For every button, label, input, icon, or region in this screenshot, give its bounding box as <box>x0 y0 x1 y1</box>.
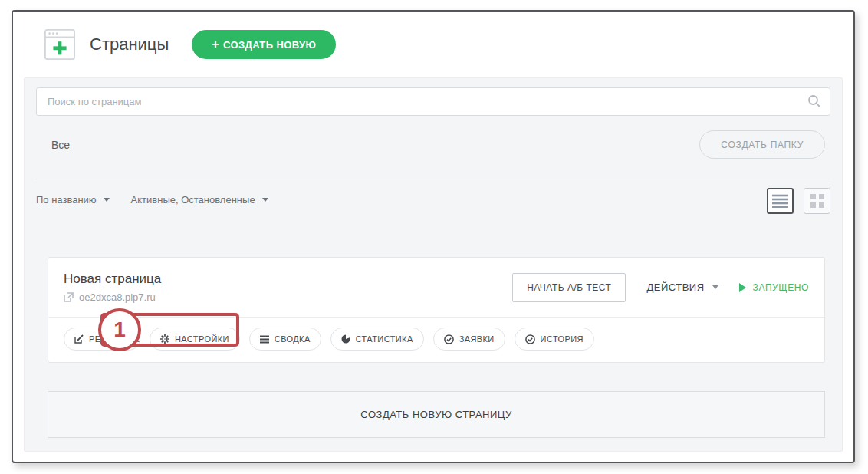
annotation-number: 1 <box>113 318 126 342</box>
sort-dropdown-label: По названию <box>36 194 97 206</box>
list-view-icon <box>772 194 788 208</box>
page-card-title: Новая страница <box>64 272 161 287</box>
page-url-text: oe2dxca8.plp7.ru <box>79 291 156 303</box>
search-input[interactable] <box>36 87 830 116</box>
search-row <box>36 87 830 116</box>
circle-check-icon <box>444 334 454 344</box>
create-folder-button[interactable]: СОЗДАТЬ ПАПКУ <box>699 130 825 159</box>
play-icon <box>739 283 746 292</box>
actions-dropdown[interactable]: ДЕЙСТВИЯ <box>646 281 718 293</box>
page-add-icon <box>44 28 76 61</box>
gear-icon <box>160 334 169 344</box>
filter-row: По названию Активные, Остановленные <box>36 179 830 214</box>
settings-label: НАСТРОЙКИ <box>175 334 229 344</box>
pie-chart-icon <box>341 334 350 344</box>
history-button[interactable]: ИСТОРИЯ <box>515 328 594 351</box>
page-card-info: Новая страница oe2dxca8.plp7.ru <box>64 272 161 303</box>
leads-label: ЗАЯВКИ <box>459 334 495 344</box>
sort-dropdown[interactable]: По названию <box>36 194 110 206</box>
history-label: ИСТОРИЯ <box>541 334 584 344</box>
page-card-controls: НАЧАТЬ А/Б ТЕСТ ДЕЙСТВИЯ ЗАПУЩЕНО <box>512 273 809 302</box>
summary-label: СВОДКА <box>275 334 311 344</box>
list-view-toggle[interactable] <box>767 188 794 214</box>
statistics-button[interactable]: СТАТИСТИКА <box>330 328 424 351</box>
statistics-label: СТАТИСТИКА <box>356 334 413 344</box>
caret-down-icon <box>262 198 268 202</box>
view-toggles <box>767 188 830 214</box>
content-panel: Все СОЗДАТЬ ПАПКУ По названию Активные, … <box>24 77 843 452</box>
list-icon <box>260 335 269 344</box>
grid-view-toggle[interactable] <box>804 188 830 214</box>
edit-icon <box>74 334 84 344</box>
summary-button[interactable]: СВОДКА <box>249 328 321 351</box>
status-filter-dropdown[interactable]: Активные, Остановленные <box>131 194 268 206</box>
page-card-actions: РЕДАКТИРОВАТЬ НАСТРОЙКИ <box>48 317 824 362</box>
search-icon <box>807 94 822 109</box>
external-link-icon <box>64 292 74 302</box>
page-header: Страницы + СОЗДАТЬ НОВУЮ <box>13 12 853 77</box>
settings-button[interactable]: НАСТРОЙКИ <box>150 328 240 351</box>
status-filter-label: Активные, Остановленные <box>131 194 255 206</box>
page-card: Новая страница oe2dxca8.plp7.ru НАЧАТЬ А… <box>48 257 825 363</box>
plus-icon: + <box>212 38 219 51</box>
caret-down-icon <box>104 198 110 202</box>
create-new-button[interactable]: + СОЗДАТЬ НОВУЮ <box>192 30 336 59</box>
status-badge: ЗАПУЩЕНО <box>739 282 809 293</box>
circle-check-icon <box>525 334 535 344</box>
page-card-url[interactable]: oe2dxca8.plp7.ru <box>64 291 161 303</box>
create-new-page-button[interactable]: СОЗДАТЬ НОВУЮ СТРАНИЦУ <box>48 391 825 438</box>
grid-view-icon <box>810 194 824 208</box>
page-title: Страницы <box>90 35 169 54</box>
leads-button[interactable]: ЗАЯВКИ <box>433 328 505 351</box>
page-card-top: Новая страница oe2dxca8.plp7.ru НАЧАТЬ А… <box>48 258 824 317</box>
annotation-step-marker: 1 <box>98 308 141 351</box>
folders-row: Все СОЗДАТЬ ПАПКУ <box>36 130 830 159</box>
caret-down-icon <box>712 285 718 289</box>
folder-all-label[interactable]: Все <box>51 139 70 151</box>
filter-dropdowns: По названию Активные, Остановленные <box>36 188 268 206</box>
status-label: ЗАПУЩЕНО <box>753 282 809 293</box>
app-window: Страницы + СОЗДАТЬ НОВУЮ Все СОЗДАТЬ ПАП… <box>12 10 855 463</box>
actions-dropdown-label: ДЕЙСТВИЯ <box>646 281 704 293</box>
create-new-label: СОЗДАТЬ НОВУЮ <box>223 39 316 51</box>
ab-test-button[interactable]: НАЧАТЬ А/Б ТЕСТ <box>512 273 626 302</box>
